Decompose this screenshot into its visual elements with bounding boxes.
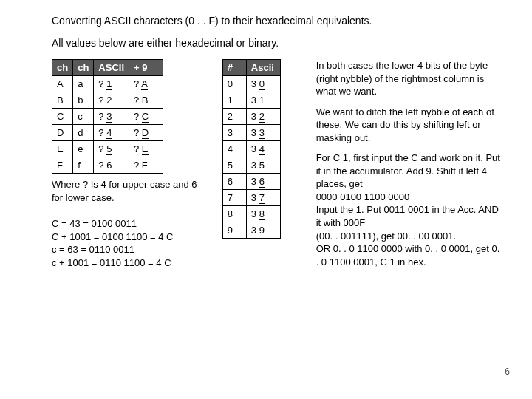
th-plus9: + 9 bbox=[129, 60, 163, 76]
table-row: Aa? 1? A bbox=[52, 76, 163, 92]
table-row: 53 5 bbox=[222, 157, 280, 174]
paragraph: For C 1, first input the C and work on i… bbox=[316, 151, 502, 191]
table-row: 83 8 bbox=[222, 206, 280, 222]
calc-block: C = 43 = 0100 0011 C + 1001 = 0100 1100 … bbox=[52, 217, 209, 269]
left-column: ch ch ASCII + 9 Aa? 1? A Bb? 2? B Cc? 3?… bbox=[52, 59, 209, 269]
paragraph: (00. . 001111), get 00. . 00 0001. bbox=[316, 230, 502, 243]
page-number: 6 bbox=[505, 366, 510, 377]
table-row: 73 7 bbox=[222, 190, 280, 206]
th-ch-lower: ch bbox=[73, 60, 94, 76]
th-ascii: Ascii bbox=[246, 60, 280, 76]
table-row: Cc? 3? C bbox=[52, 109, 163, 125]
digit-ascii-table: # Ascii 03 0 13 1 23 2 33 3 43 4 53 5 63… bbox=[222, 59, 281, 239]
table-row: 63 6 bbox=[222, 174, 280, 190]
th-hash: # bbox=[222, 60, 246, 76]
page-subtitle: All values below are either hexadecimal … bbox=[52, 37, 502, 49]
table-row: Ee? 5? E bbox=[52, 141, 163, 157]
table-header-row: # Ascii bbox=[222, 60, 280, 76]
calc-line: c + 1001 = 0110 1100 = 4 C bbox=[52, 256, 209, 270]
th-ascii: ASCII bbox=[94, 60, 129, 76]
paragraph: Input the 1. Put 0011 0001 in the Acc. A… bbox=[316, 203, 502, 229]
table-row: 43 4 bbox=[222, 141, 280, 157]
paragraph: OR 0. . 0 1100 0000 with 0. . 0 0001, ge… bbox=[316, 242, 502, 268]
table-row: Ff? 6? F bbox=[52, 157, 163, 174]
table-row: 23 2 bbox=[222, 109, 280, 125]
calc-line: C + 1001 = 0100 1100 = 4 C bbox=[52, 231, 209, 244]
page-title: Converting ASCII characters (0 . . F) to… bbox=[52, 15, 502, 27]
calc-line: C = 43 = 0100 0011 bbox=[52, 217, 209, 231]
left-caption: Where ? Is 4 for upper case and 6 for lo… bbox=[52, 178, 209, 204]
table-header-row: ch ch ASCII + 9 bbox=[52, 60, 163, 76]
table-row: 13 1 bbox=[222, 92, 280, 109]
paragraph: 0000 0100 1100 0000 bbox=[316, 191, 502, 204]
table-row: 33 3 bbox=[222, 125, 280, 141]
ascii-hex-table: ch ch ASCII + 9 Aa? 1? A Bb? 2? B Cc? 3?… bbox=[52, 59, 163, 174]
paragraph: In both cases the lower 4 bits of the by… bbox=[316, 59, 502, 98]
table-row: Bb? 2? B bbox=[52, 92, 163, 109]
calc-line: c = 63 = 0110 0011 bbox=[52, 243, 209, 256]
table-row: 03 0 bbox=[222, 76, 280, 92]
table-row: Dd? 4? D bbox=[52, 125, 163, 141]
table-row: 93 9 bbox=[222, 222, 280, 239]
right-column: In both cases the lower 4 bits of the by… bbox=[316, 59, 502, 276]
middle-column: # Ascii 03 0 13 1 23 2 33 3 43 4 53 5 63… bbox=[222, 59, 303, 239]
paragraph: We want to ditch the left nybble of each… bbox=[316, 106, 502, 145]
th-ch-upper: ch bbox=[52, 60, 73, 76]
